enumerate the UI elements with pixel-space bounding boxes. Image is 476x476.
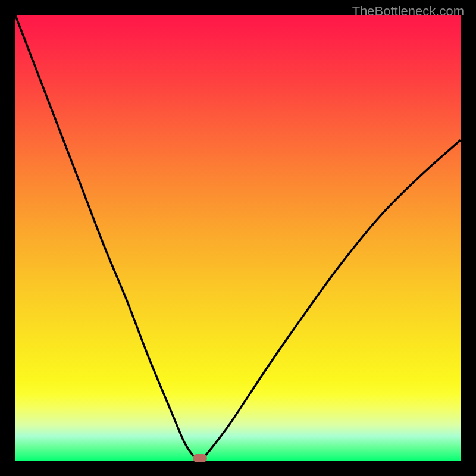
bottleneck-curve [15, 15, 461, 461]
watermark-text: TheBottleneck.com [352, 4, 464, 19]
minimum-marker [193, 454, 207, 462]
